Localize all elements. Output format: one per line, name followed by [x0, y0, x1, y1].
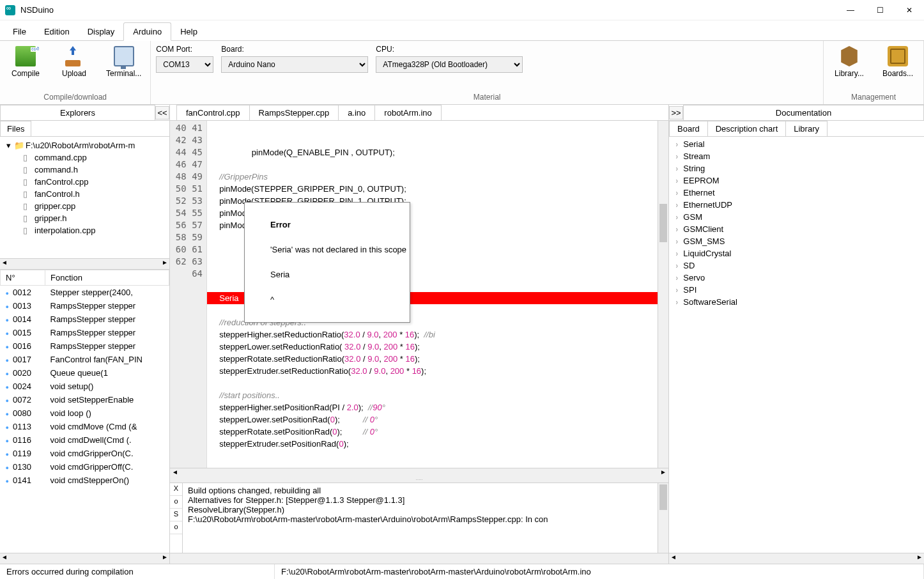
tooltip-symbol: Seria	[270, 270, 289, 279]
files-tab[interactable]: Files	[0, 121, 31, 136]
editor-hscroll[interactable]: ◄►	[170, 468, 668, 479]
func-hscroll[interactable]	[0, 553, 169, 564]
library-button[interactable]: Library...	[829, 43, 870, 81]
library-item[interactable]: GSMClient	[669, 223, 924, 235]
editor-body[interactable]: 40 41 42 43 44 45 46 47 48 49 50 51 52 5…	[170, 121, 668, 468]
com-port-select[interactable]: COM13	[156, 56, 213, 73]
line-gutter: 40 41 42 43 44 45 46 47 48 49 50 51 52 5…	[170, 121, 207, 468]
editor-tabs: fanControl.cpp RampsStepper.cpp a.ino ro…	[170, 105, 668, 121]
console-btn-o2[interactable]: o	[170, 521, 182, 534]
collapse-left-button[interactable]: <<	[155, 106, 169, 120]
function-row[interactable]: 0016RampsStepper stepper	[1, 339, 169, 353]
function-row[interactable]: 0017FanControl fan(FAN_PIN	[1, 353, 169, 366]
tree-file[interactable]: ▯gripper.cpp	[19, 200, 167, 212]
boards-label: Boards...	[882, 69, 913, 78]
function-list[interactable]: N° Fonction 0012Stepper stepper(2400,001…	[0, 269, 169, 553]
function-row[interactable]: 0013RampsStepper stepper	[1, 299, 169, 313]
tab-a-ino[interactable]: a.ino	[338, 105, 375, 120]
library-item[interactable]: SD	[669, 259, 924, 272]
menu-help[interactable]: Help	[171, 23, 206, 40]
ribbon-group-compile: Compile Upload Terminal... Compile/downl…	[0, 41, 151, 104]
console: X o S o Build options changed, rebuildin…	[170, 483, 668, 553]
menu-file[interactable]: File	[4, 23, 35, 40]
close-button[interactable]: ✕	[895, 0, 924, 20]
library-item[interactable]: Ethernet	[669, 187, 924, 199]
menu-display[interactable]: Display	[79, 23, 124, 40]
terminal-icon	[114, 46, 134, 66]
boards-button[interactable]: Boards...	[877, 43, 918, 81]
function-row[interactable]: 0141void cmdStepperOn()	[1, 474, 169, 487]
expand-right-button[interactable]: >>	[669, 106, 683, 120]
library-item[interactable]: LiquidCrystal	[669, 247, 924, 259]
console-vscroll[interactable]	[658, 483, 668, 553]
center-panel: fanControl.cpp RampsStepper.cpp a.ino ro…	[170, 105, 668, 564]
doc-tab-description[interactable]: Description chart	[707, 121, 787, 136]
console-hscroll[interactable]	[170, 553, 668, 564]
console-output[interactable]: Build options changed, rebuilding all Al…	[183, 483, 658, 553]
library-list[interactable]: SerialStreamStringEEPROMEthernetEthernet…	[669, 137, 924, 553]
function-row[interactable]: 0020Queue queue(1	[1, 366, 169, 380]
error-tooltip: Error 'Seria' was not declared in this s…	[244, 202, 410, 323]
library-item[interactable]: EEPROM	[669, 174, 924, 187]
file-tree[interactable]: ▾📁F:\u20\RobotArm\robotArm-m ▯command.cp…	[0, 137, 169, 258]
tree-root[interactable]: ▾📁F:\u20\RobotArm\robotArm-m	[3, 139, 167, 151]
col-number[interactable]: N°	[1, 270, 45, 286]
function-row[interactable]: 0116void cmdDwell(Cmd (.	[1, 433, 169, 447]
library-label: Library...	[835, 69, 864, 78]
doc-tab-board[interactable]: Board	[669, 121, 708, 136]
library-item[interactable]: Serial	[669, 138, 924, 150]
tree-hscroll[interactable]	[0, 258, 169, 269]
tree-file[interactable]: ▯fanControl.cpp	[19, 176, 167, 188]
library-item[interactable]: GSM_SMS	[669, 235, 924, 247]
lib-hscroll[interactable]	[669, 553, 924, 564]
function-row[interactable]: 0014RampsStepper stepper	[1, 313, 169, 326]
function-row[interactable]: 0113void cmdMove (Cmd (&	[1, 420, 169, 433]
doc-tab-library[interactable]: Library	[785, 121, 828, 136]
upload-button[interactable]: Upload	[54, 43, 95, 81]
col-function[interactable]: Fonction	[45, 270, 169, 286]
tab-robotarm[interactable]: robotArm.ino	[374, 105, 441, 120]
console-btn-x[interactable]: X	[170, 483, 182, 496]
function-row[interactable]: 0015RampsStepper stepper	[1, 326, 169, 339]
library-item[interactable]: EthernetUDP	[669, 199, 924, 211]
library-item[interactable]: Stream	[669, 150, 924, 162]
tab-rampsstepper[interactable]: RampsStepper.cpp	[249, 105, 339, 120]
function-row[interactable]: 0072void setStepperEnable	[1, 393, 169, 406]
compile-icon	[15, 46, 36, 66]
menu-arduino[interactable]: Arduino	[123, 22, 171, 41]
library-item[interactable]: Servo	[669, 272, 924, 284]
code-area[interactable]: Error 'Seria' was not declared in this s…	[207, 121, 658, 468]
tree-file[interactable]: ▯command.h	[19, 164, 167, 176]
tree-file[interactable]: ▯command.cpp	[19, 151, 167, 164]
maximize-button[interactable]: ☐	[865, 0, 895, 20]
tree-file[interactable]: ▯interpolation.cpp	[19, 224, 167, 236]
library-item[interactable]: String	[669, 162, 924, 174]
library-item[interactable]: SPI	[669, 284, 924, 296]
library-icon	[839, 46, 859, 66]
library-item[interactable]: SoftwareSerial	[669, 296, 924, 308]
library-item[interactable]: GSM	[669, 211, 924, 223]
board-select[interactable]: Arduino Nano	[221, 56, 368, 73]
tree-file[interactable]: ▯fanControl.h	[19, 188, 167, 200]
menu-edition[interactable]: Edition	[35, 23, 79, 40]
minimize-button[interactable]: —	[836, 0, 865, 20]
editor-vscroll[interactable]	[658, 121, 668, 468]
app-icon	[5, 5, 15, 15]
board-label: Board:	[221, 45, 368, 54]
tab-fancontrol[interactable]: fanControl.cpp	[176, 105, 250, 120]
compile-button[interactable]: Compile	[5, 43, 46, 81]
console-btn-s[interactable]: S	[170, 509, 182, 521]
terminal-button[interactable]: Terminal...	[102, 43, 145, 81]
com-port-label: COM Port:	[156, 45, 213, 54]
function-row[interactable]: 0119void cmdGripperOn(C.	[1, 447, 169, 460]
console-btn-o1[interactable]: o	[170, 496, 182, 509]
cpu-label: CPU:	[376, 45, 523, 54]
cpu-select[interactable]: ATmega328P (Old Bootloader)	[376, 56, 523, 73]
function-row[interactable]: 0024void setup()	[1, 380, 169, 393]
function-row[interactable]: 0012Stepper stepper(2400,	[1, 286, 169, 300]
function-row[interactable]: 0080void loop ()	[1, 406, 169, 420]
explorers-title: Explorers	[0, 105, 155, 120]
status-path: F:\u20\RobotArm\robotArm-master\robotArm…	[275, 564, 924, 579]
tree-file[interactable]: ▯gripper.h	[19, 212, 167, 224]
function-row[interactable]: 0130void cmdGripperOff(C.	[1, 460, 169, 474]
